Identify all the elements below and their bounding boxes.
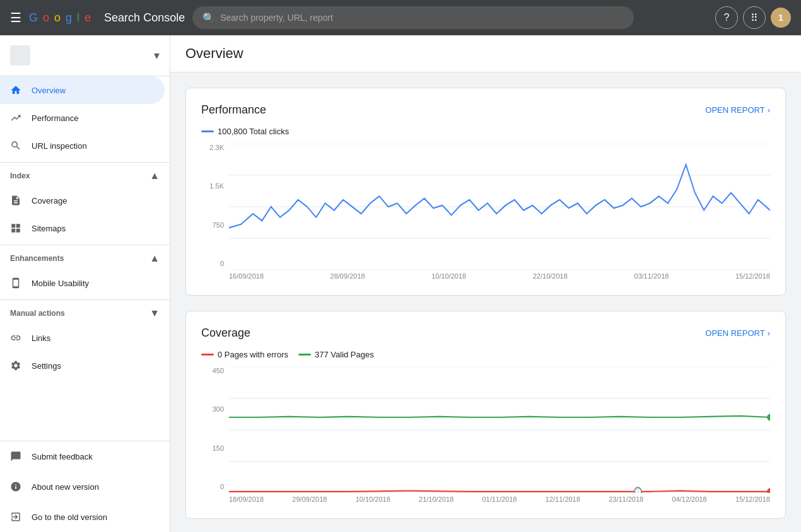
about-new-version-button[interactable]: About new version <box>0 471 170 502</box>
apps-button[interactable]: ⠿ <box>743 6 766 29</box>
coverage-label: Coverage <box>32 196 67 205</box>
search-input[interactable] <box>220 13 624 23</box>
index-chevron: ▲ <box>149 170 160 182</box>
go-to-old-version-button[interactable]: Go to the old version <box>0 502 170 532</box>
submit-feedback-label: Submit feedback <box>32 452 93 461</box>
links-label: Links <box>32 333 50 343</box>
go-to-old-version-label: Go to the old version <box>32 512 107 522</box>
clicks-legend-line <box>201 130 214 132</box>
search-bar[interactable]: 🔍 <box>192 6 634 29</box>
sitemaps-label: Sitemaps <box>32 224 66 233</box>
coverage-card-header: Coverage OPEN REPORT › <box>201 327 770 340</box>
info-icon <box>10 481 21 492</box>
sidebar-item-overview[interactable]: Overview <box>0 76 165 104</box>
index-label: Index <box>10 171 30 180</box>
divider-1 <box>0 162 170 163</box>
exit-icon <box>10 511 21 523</box>
section-index[interactable]: Index ▲ <box>0 165 170 187</box>
coverage-card-title: Coverage <box>201 327 250 340</box>
coverage-svg: ⓘ <box>229 367 770 493</box>
section-enhancements[interactable]: Enhancements ▲ <box>0 248 170 269</box>
sidebar-item-mobile-usability[interactable]: Mobile Usability <box>0 269 165 297</box>
coverage-open-report[interactable]: OPEN REPORT › <box>705 328 770 338</box>
performance-y-axis: 2.3K 1.5K 750 0 <box>201 144 224 280</box>
coverage-chart-right: ⓘ 18/09/2018 29/09/2018 10/10/2018 21/10… <box>229 367 770 503</box>
sidebar-item-url-inspection[interactable]: URL inspection <box>0 132 165 159</box>
user-avatar[interactable]: 1 <box>771 8 791 28</box>
sidebar-item-settings[interactable]: Settings <box>0 352 165 379</box>
enhancements-label: Enhancements <box>10 254 64 263</box>
coverage-y-axis: 450 300 150 0 <box>201 367 224 503</box>
performance-card-header: Performance OPEN REPORT › <box>201 103 770 117</box>
valid-legend-line <box>298 354 311 356</box>
home-icon <box>10 84 21 96</box>
legend-errors: 0 Pages with errors <box>201 350 288 359</box>
feedback-icon <box>10 451 21 462</box>
app-logo: Google Search Console <box>29 11 185 25</box>
performance-card: Performance OPEN REPORT › 100,800 Total … <box>185 88 786 296</box>
menu-icon[interactable]: ☰ <box>10 10 21 25</box>
article-icon <box>10 195 21 206</box>
submit-feedback-button[interactable]: Submit feedback <box>0 441 170 471</box>
coverage-chart-wrapper: 450 300 150 0 <box>201 367 770 503</box>
svg-text:ⓘ: ⓘ <box>635 489 641 493</box>
svg-point-11 <box>767 488 770 493</box>
sidebar-nav: Overview Performance URL inspection Inde… <box>0 76 170 441</box>
property-chevron[interactable]: ▾ <box>154 49 160 62</box>
property-icon <box>10 45 30 66</box>
search-icon <box>10 140 21 151</box>
coverage-legend: 0 Pages with errors 377 Valid Pages <box>201 350 770 359</box>
section-manual-actions[interactable]: Manual actions ▼ <box>0 303 170 324</box>
app-body: ▾ Overview Performance <box>0 35 801 532</box>
performance-legend: 100,800 Total clicks <box>201 127 770 136</box>
manual-actions-chevron: ▼ <box>149 308 160 319</box>
performance-svg <box>229 144 770 270</box>
coverage-chart-area: ⓘ <box>229 367 770 493</box>
url-inspection-label: URL inspection <box>32 141 87 151</box>
performance-label: Performance <box>32 113 78 123</box>
performance-open-report[interactable]: OPEN REPORT › <box>705 105 770 115</box>
errors-legend-label: 0 Pages with errors <box>218 350 288 359</box>
page-title: Overview <box>170 35 801 72</box>
trending-up-icon <box>10 112 21 124</box>
enhancements-chevron: ▲ <box>149 253 160 264</box>
manual-actions-label: Manual actions <box>10 309 65 318</box>
settings-icon <box>10 360 21 371</box>
coverage-card: Coverage OPEN REPORT › 0 Pages with erro… <box>185 311 786 519</box>
phone-icon <box>10 277 21 289</box>
coverage-chevron-right-icon: › <box>768 328 770 338</box>
main-body: Performance OPEN REPORT › 100,800 Total … <box>170 72 801 532</box>
performance-x-axis: 16/09/2018 28/09/2018 10/10/2018 22/10/2… <box>229 270 770 280</box>
divider-2 <box>0 245 170 245</box>
errors-legend-line <box>201 354 214 356</box>
sidebar-item-links[interactable]: Links <box>0 324 165 352</box>
legend-valid: 377 Valid Pages <box>298 350 374 359</box>
performance-chart-right: 16/09/2018 28/09/2018 10/10/2018 22/10/2… <box>229 144 770 280</box>
clicks-legend-label: 100,800 Total clicks <box>218 127 289 136</box>
sidebar: ▾ Overview Performance <box>0 35 170 532</box>
svg-point-10 <box>767 413 770 420</box>
sidebar-bottom: Submit feedback About new version Go to … <box>0 441 170 532</box>
topbar-icons: ? ⠿ 1 <box>715 6 791 29</box>
property-selector[interactable]: ▾ <box>0 35 170 76</box>
mobile-usability-label: Mobile Usability <box>32 279 89 288</box>
grid-icon <box>10 223 21 234</box>
performance-chart-wrapper: 2.3K 1.5K 750 0 <box>201 144 770 280</box>
overview-label: Overview <box>32 86 66 95</box>
sidebar-item-sitemaps[interactable]: Sitemaps <box>0 214 165 242</box>
chevron-right-icon: › <box>768 105 770 115</box>
help-button[interactable]: ? <box>715 6 738 29</box>
valid-legend-label: 377 Valid Pages <box>315 350 374 359</box>
sidebar-item-performance[interactable]: Performance <box>0 104 165 132</box>
about-new-version-label: About new version <box>32 482 99 492</box>
main-content: Overview Performance OPEN REPORT › 100,8… <box>170 35 801 532</box>
legend-clicks: 100,800 Total clicks <box>201 127 289 136</box>
coverage-x-axis: 18/09/2018 29/09/2018 10/10/2018 21/10/2… <box>229 493 770 503</box>
performance-chart-area <box>229 144 770 270</box>
sidebar-item-coverage[interactable]: Coverage <box>0 187 165 214</box>
settings-label: Settings <box>32 361 61 371</box>
link-icon <box>10 332 21 344</box>
topbar: ☰ Google Search Console 🔍 ? ⠿ 1 <box>0 0 801 35</box>
performance-card-title: Performance <box>201 103 266 117</box>
divider-3 <box>0 299 170 300</box>
